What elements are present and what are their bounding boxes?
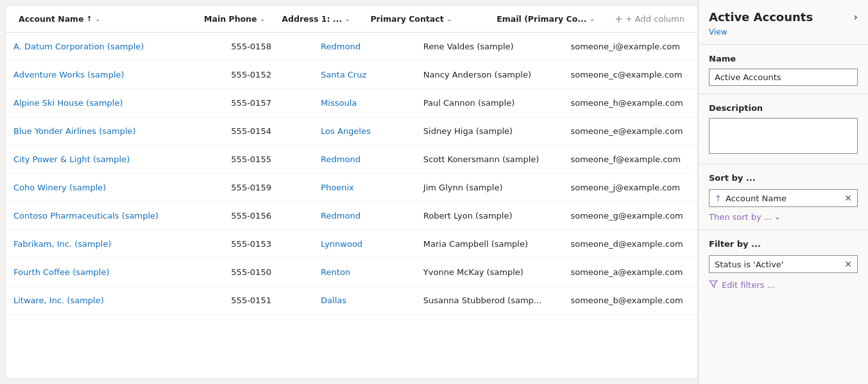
cell-email: someone_j@example.com (563, 176, 697, 199)
col-account-label: Account Name (19, 14, 84, 24)
cell-address[interactable]: Redmond (313, 148, 416, 171)
add-col-icon: + (615, 13, 623, 25)
filter-tag: Status is 'Active' ✕ (709, 255, 858, 273)
table-row[interactable]: Adventure Works (sample) 555-0152 Santa … (6, 61, 697, 89)
cell-phone: 555-0153 (223, 233, 313, 255)
col-address-chevron-icon[interactable]: ⌄ (345, 15, 350, 23)
cell-contact: Maria Campbell (sample) (416, 233, 563, 255)
cell-account[interactable]: Litware, Inc. (sample) (6, 289, 223, 312)
col-contact-chevron-icon[interactable]: ⌄ (447, 15, 452, 23)
cell-account[interactable]: Coho Winery (sample) (6, 176, 223, 199)
cell-email: someone_b@example.com (563, 289, 697, 312)
col-phone-label: Main Phone (204, 14, 257, 24)
panel-header: Active Accounts › (699, 0, 868, 26)
cell-phone: 555-0159 (223, 176, 313, 199)
table-header: Account Name ↑ ⌄ Main Phone ⌄ Address 1:… (6, 6, 697, 33)
cell-email: someone_g@example.com (563, 205, 697, 227)
main-table-area: Account Name ↑ ⌄ Main Phone ⌄ Address 1:… (5, 5, 698, 379)
col-phone-chevron-icon[interactable]: ⌄ (260, 15, 266, 23)
col-email-label: Email (Primary Co... (497, 14, 586, 24)
cell-address[interactable]: Redmond (313, 35, 416, 58)
cell-phone: 555-0151 (223, 289, 313, 312)
table-row[interactable]: Contoso Pharmaceuticals (sample) 555-015… (6, 202, 697, 230)
panel-name-input[interactable] (709, 69, 858, 86)
cell-account[interactable]: Alpine Ski House (sample) (6, 92, 223, 114)
panel-filter-label: Filter by ... (709, 239, 858, 249)
cell-contact: Robert Lyon (sample) (416, 205, 563, 227)
table-row[interactable]: Fabrikam, Inc. (sample) 555-0153 Lynnwoo… (6, 230, 697, 258)
cell-phone: 555-0155 (223, 148, 313, 171)
cell-address[interactable]: Phoenix (313, 176, 416, 199)
then-sort-link[interactable]: Then sort by ... ⌄ (709, 212, 858, 222)
filter-tag-close-button[interactable]: ✕ (844, 259, 852, 269)
cell-account[interactable]: Blue Yonder Airlines (sample) (6, 120, 223, 142)
panel-description-textarea[interactable] (709, 118, 858, 154)
col-address-label: Address 1: ... (282, 14, 342, 24)
panel-sort-section: Sort by ... ↑ Account Name ✕ Then sort b… (699, 164, 868, 230)
table-row[interactable]: A. Datum Corporation (sample) 555-0158 R… (6, 33, 697, 61)
cell-account[interactable]: Adventure Works (sample) (6, 63, 223, 86)
sort-tag-label: Account Name (726, 194, 840, 203)
panel-name-label: Name (709, 54, 858, 63)
cell-contact: Paul Cannon (sample) (416, 92, 563, 114)
panel-sort-label: Sort by ... (709, 173, 858, 183)
cell-address[interactable]: Missoula (313, 92, 416, 114)
cell-address[interactable]: Los Angeles (313, 120, 416, 142)
col-header-email[interactable]: Email (Primary Co... ⌄ (489, 9, 604, 29)
table-body: A. Datum Corporation (sample) 555-0158 R… (6, 33, 697, 378)
cell-account[interactable]: A. Datum Corporation (sample) (6, 35, 223, 58)
add-col-label: + Add column (625, 14, 685, 24)
cell-account[interactable]: City Power & Light (sample) (6, 148, 223, 171)
panel-description-section: Description (699, 94, 868, 164)
table-row[interactable]: City Power & Light (sample) 555-0155 Red… (6, 146, 697, 174)
cell-phone: 555-0156 (223, 205, 313, 227)
then-sort-chevron-icon: ⌄ (774, 213, 780, 221)
cell-contact: Scott Konersmann (sample) (416, 148, 563, 171)
cell-email: someone_i@example.com (563, 35, 697, 58)
cell-phone: 555-0152 (223, 63, 313, 86)
col-email-chevron-icon[interactable]: ⌄ (590, 15, 595, 23)
add-column-button[interactable]: + + Add column (607, 10, 692, 29)
cell-email: someone_c@example.com (563, 63, 697, 86)
filter-tag-label: Status is 'Active' (715, 260, 840, 269)
cell-phone: 555-0157 (223, 92, 313, 114)
col-header-contact[interactable]: Primary Contact ⌄ (362, 9, 489, 29)
sort-asc-icon: ↑ (87, 15, 92, 23)
filter-icon (709, 280, 718, 290)
cell-phone: 555-0154 (223, 120, 313, 142)
panel-name-section: Name (699, 45, 868, 94)
panel-chevron-right-icon[interactable]: › (854, 11, 858, 23)
table-row[interactable]: Coho Winery (sample) 555-0159 Phoenix Ji… (6, 174, 697, 202)
col-account-chevron-icon[interactable]: ⌄ (95, 15, 101, 23)
panel-view-link[interactable]: View (699, 26, 868, 45)
table-row[interactable]: Fourth Coffee (sample) 555-0150 Renton Y… (6, 258, 697, 287)
cell-contact: Yvonne McKay (sample) (416, 261, 563, 283)
table-row[interactable]: Blue Yonder Airlines (sample) 555-0154 L… (6, 117, 697, 146)
cell-account[interactable]: Fabrikam, Inc. (sample) (6, 233, 223, 255)
panel-title: Active Accounts (709, 10, 813, 24)
cell-email: someone_a@example.com (563, 261, 697, 283)
edit-filters-label: Edit filters ... (722, 280, 775, 290)
cell-address[interactable]: Lynnwood (313, 233, 416, 255)
table-row[interactable]: Litware, Inc. (sample) 555-0151 Dallas S… (6, 287, 697, 315)
cell-address[interactable]: Dallas (313, 289, 416, 312)
cell-address[interactable]: Redmond (313, 205, 416, 227)
cell-contact: Sidney Higa (sample) (416, 120, 563, 142)
cell-account[interactable]: Contoso Pharmaceuticals (sample) (6, 205, 223, 227)
cell-email: someone_e@example.com (563, 120, 697, 142)
col-header-account[interactable]: Account Name ↑ ⌄ (11, 9, 196, 29)
edit-filters-link[interactable]: Edit filters ... (709, 280, 858, 290)
sort-tag-close-button[interactable]: ✕ (844, 193, 852, 203)
col-header-address[interactable]: Address 1: ... ⌄ (274, 9, 362, 29)
cell-contact: Nancy Anderson (sample) (416, 63, 563, 86)
then-sort-label: Then sort by ... (709, 212, 772, 222)
cell-address[interactable]: Santa Cruz (313, 63, 416, 86)
cell-contact: Rene Valdes (sample) (416, 35, 563, 58)
col-header-phone[interactable]: Main Phone ⌄ (196, 9, 274, 29)
cell-email: someone_d@example.com (563, 233, 697, 255)
cell-email: someone_h@example.com (563, 92, 697, 114)
cell-account[interactable]: Fourth Coffee (sample) (6, 261, 223, 283)
table-row[interactable]: Alpine Ski House (sample) 555-0157 Misso… (6, 89, 697, 117)
cell-contact: Susanna Stubberod (samp... (416, 289, 563, 312)
cell-address[interactable]: Renton (313, 261, 416, 283)
